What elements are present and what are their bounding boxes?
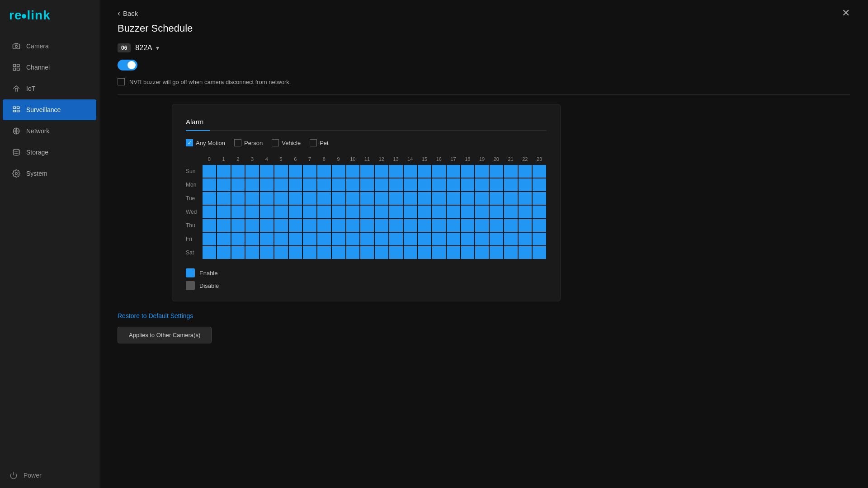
grid-cell[interactable] bbox=[202, 178, 217, 192]
grid-cell[interactable] bbox=[274, 164, 288, 178]
grid-cell[interactable] bbox=[403, 164, 418, 178]
person-checkbox[interactable] bbox=[234, 139, 241, 146]
grid-cell[interactable] bbox=[518, 205, 533, 219]
grid-cell[interactable] bbox=[202, 192, 217, 205]
grid-cell[interactable] bbox=[360, 232, 374, 246]
grid-cell[interactable] bbox=[231, 164, 245, 178]
grid-cell[interactable] bbox=[259, 178, 274, 192]
grid-cell[interactable] bbox=[417, 164, 432, 178]
grid-cell[interactable] bbox=[374, 232, 389, 246]
grid-cell[interactable] bbox=[432, 164, 446, 178]
grid-cell[interactable] bbox=[231, 246, 245, 259]
power-button[interactable]: Power bbox=[0, 463, 99, 488]
grid-cell[interactable] bbox=[231, 178, 245, 192]
sidebar-item-camera[interactable]: Camera bbox=[3, 36, 96, 56]
grid-cell[interactable] bbox=[331, 164, 346, 178]
grid-cell[interactable] bbox=[403, 232, 418, 246]
grid-cell[interactable] bbox=[403, 192, 418, 205]
grid-cell[interactable] bbox=[302, 164, 317, 178]
grid-cell[interactable] bbox=[461, 232, 475, 246]
grid-cell[interactable] bbox=[489, 192, 504, 205]
grid-cell[interactable] bbox=[475, 246, 489, 259]
grid-cell[interactable] bbox=[504, 192, 518, 205]
grid-cell[interactable] bbox=[504, 219, 518, 232]
grid-cell[interactable] bbox=[346, 246, 360, 259]
grid-cell[interactable] bbox=[489, 232, 504, 246]
grid-cell[interactable] bbox=[389, 246, 403, 259]
grid-cell[interactable] bbox=[446, 219, 461, 232]
grid-cell[interactable] bbox=[389, 164, 403, 178]
grid-cell[interactable] bbox=[504, 232, 518, 246]
grid-cell[interactable] bbox=[245, 178, 259, 192]
grid-cell[interactable] bbox=[346, 178, 360, 192]
grid-cell[interactable] bbox=[475, 232, 489, 246]
grid-cell[interactable] bbox=[331, 219, 346, 232]
grid-cell[interactable] bbox=[432, 205, 446, 219]
grid-cell[interactable] bbox=[202, 205, 217, 219]
grid-cell[interactable] bbox=[245, 164, 259, 178]
grid-cell[interactable] bbox=[288, 232, 303, 246]
grid-cell[interactable] bbox=[274, 246, 288, 259]
grid-cell[interactable] bbox=[302, 192, 317, 205]
grid-cell[interactable] bbox=[504, 164, 518, 178]
grid-cell[interactable] bbox=[518, 192, 533, 205]
grid-cell[interactable] bbox=[475, 192, 489, 205]
grid-cell[interactable] bbox=[259, 205, 274, 219]
grid-cell[interactable] bbox=[288, 192, 303, 205]
grid-cell[interactable] bbox=[532, 192, 547, 205]
grid-cell[interactable] bbox=[288, 219, 303, 232]
grid-cell[interactable] bbox=[202, 246, 217, 259]
grid-cell[interactable] bbox=[231, 205, 245, 219]
grid-cell[interactable] bbox=[461, 192, 475, 205]
grid-cell[interactable] bbox=[245, 219, 259, 232]
grid-cell[interactable] bbox=[518, 164, 533, 178]
grid-cell[interactable] bbox=[231, 219, 245, 232]
grid-cell[interactable] bbox=[360, 178, 374, 192]
grid-cell[interactable] bbox=[489, 164, 504, 178]
grid-cell[interactable] bbox=[202, 164, 217, 178]
grid-cell[interactable] bbox=[403, 178, 418, 192]
grid-cell[interactable] bbox=[475, 219, 489, 232]
grid-cell[interactable] bbox=[331, 178, 346, 192]
grid-cell[interactable] bbox=[360, 192, 374, 205]
grid-cell[interactable] bbox=[346, 164, 360, 178]
grid-cell[interactable] bbox=[417, 219, 432, 232]
grid-cell[interactable] bbox=[518, 232, 533, 246]
grid-cell[interactable] bbox=[288, 164, 303, 178]
grid-cell[interactable] bbox=[259, 219, 274, 232]
grid-cell[interactable] bbox=[446, 192, 461, 205]
alarm-type-pet[interactable]: Pet bbox=[310, 139, 329, 146]
grid-cell[interactable] bbox=[288, 178, 303, 192]
sidebar-item-surveillance[interactable]: Surveillance bbox=[3, 99, 96, 120]
grid-cell[interactable] bbox=[302, 219, 317, 232]
grid-cell[interactable] bbox=[489, 205, 504, 219]
grid-cell[interactable] bbox=[274, 192, 288, 205]
grid-cell[interactable] bbox=[461, 178, 475, 192]
grid-cell[interactable] bbox=[417, 178, 432, 192]
sidebar-item-storage[interactable]: Storage bbox=[3, 142, 96, 163]
sidebar-item-system[interactable]: System bbox=[3, 163, 96, 184]
grid-cell[interactable] bbox=[317, 164, 331, 178]
camera-dropdown[interactable]: 822A ▾ bbox=[135, 44, 159, 52]
grid-cell[interactable] bbox=[274, 178, 288, 192]
grid-cell[interactable] bbox=[317, 219, 331, 232]
grid-cell[interactable] bbox=[403, 205, 418, 219]
restore-defaults-link[interactable]: Restore to Default Settings bbox=[118, 312, 193, 319]
grid-cell[interactable] bbox=[446, 178, 461, 192]
grid-cell[interactable] bbox=[288, 205, 303, 219]
sidebar-item-channel[interactable]: Channel bbox=[3, 57, 96, 78]
grid-cell[interactable] bbox=[374, 246, 389, 259]
grid-cell[interactable] bbox=[217, 178, 231, 192]
grid-cell[interactable] bbox=[417, 232, 432, 246]
grid-cell[interactable] bbox=[374, 219, 389, 232]
grid-cell[interactable] bbox=[475, 178, 489, 192]
grid-cell[interactable] bbox=[532, 219, 547, 232]
applies-to-cameras-button[interactable]: Applies to Other Camera(s) bbox=[118, 327, 212, 343]
grid-cell[interactable] bbox=[274, 219, 288, 232]
grid-cell[interactable] bbox=[259, 246, 274, 259]
grid-cell[interactable] bbox=[403, 246, 418, 259]
grid-cell[interactable] bbox=[432, 178, 446, 192]
grid-cell[interactable] bbox=[317, 178, 331, 192]
grid-cell[interactable] bbox=[532, 232, 547, 246]
grid-cell[interactable] bbox=[346, 232, 360, 246]
